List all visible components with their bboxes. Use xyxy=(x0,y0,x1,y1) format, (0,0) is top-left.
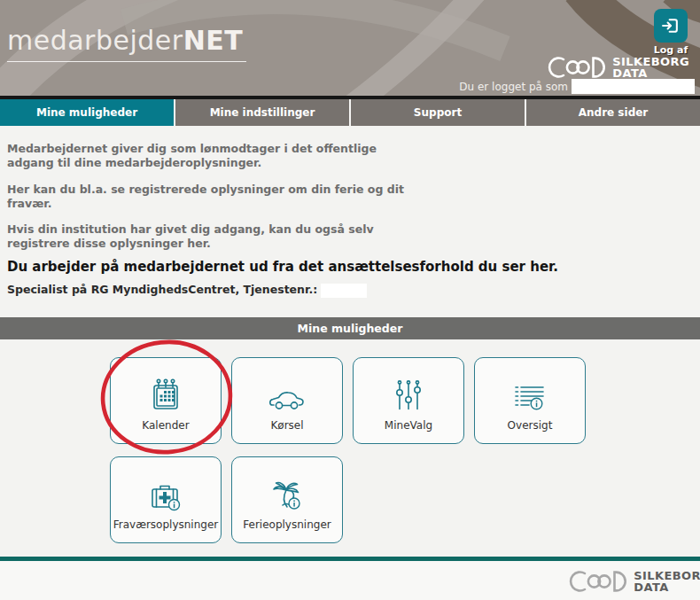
card-grid: Kalender Kørsel xyxy=(110,357,606,543)
first-aid-info-icon xyxy=(149,470,183,512)
card-label: Kalender xyxy=(142,419,189,432)
silkeborg-data-wordmark: SILKEBORG DATA xyxy=(634,570,700,593)
card-oversigt[interactable]: Oversigt xyxy=(474,357,586,444)
palm-info-icon xyxy=(270,470,304,512)
sliders-icon xyxy=(393,370,424,413)
tab-support[interactable]: Support xyxy=(349,99,525,126)
section-title: Mine muligheder xyxy=(298,322,403,335)
intro-text: Medarbejdernet giver dig som lønmodtager… xyxy=(7,142,413,263)
list-info-icon xyxy=(513,370,547,413)
tab-andre-sider[interactable]: Andre sider xyxy=(525,99,700,126)
employment-detail: Specialist på RG MyndighedsCentret, Tjen… xyxy=(7,283,367,298)
logged-in-label: Du er logget på som xyxy=(459,81,568,93)
service-number-box xyxy=(321,284,367,298)
app-logo-bold-part: NET xyxy=(183,25,244,56)
silkeborg-data-mark-icon xyxy=(564,567,628,596)
silkeborg-data-wordmark: SILKEBORG DATA xyxy=(612,56,689,79)
card-label: Kørsel xyxy=(270,419,303,432)
card-label: Ferieoplysninger xyxy=(243,518,331,531)
tab-mine-indstillinger[interactable]: Mine indstillinger xyxy=(174,99,349,126)
medarbejdernet-page: medarbejderNET Log af xyxy=(0,0,700,600)
header: medarbejderNET Log af xyxy=(0,0,700,96)
card-minevalg[interactable]: MineValg xyxy=(353,357,464,444)
card-label: Oversigt xyxy=(508,419,553,432)
footer: SILKEBORG DATA xyxy=(0,561,700,600)
tab-mine-muligheder[interactable]: Mine muligheder xyxy=(0,99,174,126)
logged-in-username-box xyxy=(572,79,695,94)
silkeborg-data-logo-header: SILKEBORG DATA xyxy=(543,53,689,82)
logout-button[interactable]: Log af xyxy=(651,9,690,56)
car-icon xyxy=(268,370,307,413)
calendar-icon xyxy=(150,370,182,413)
employment-heading: Du arbejder på medarbejdernet ud fra det… xyxy=(7,259,558,275)
card-label: Fraværsoplysninger xyxy=(113,518,219,531)
card-fravaersoplysninger[interactable]: Fraværsoplysninger xyxy=(110,456,222,543)
card-koersel[interactable]: Kørsel xyxy=(231,357,343,444)
silkeborg-data-mark-icon xyxy=(543,53,607,82)
app-logo-light-part: medarbejder xyxy=(7,25,183,56)
card-label: MineValg xyxy=(385,419,432,432)
logged-in-status: Du er logget på som xyxy=(459,79,695,94)
card-ferieoplysninger[interactable]: Ferieoplysninger xyxy=(231,456,343,543)
card-kalender[interactable]: Kalender xyxy=(110,357,222,444)
intro-paragraph: Medarbejdernet giver dig som lønmodtager… xyxy=(7,142,413,171)
logout-icon[interactable] xyxy=(654,9,688,43)
content-area: Medarbejdernet giver dig som lønmodtager… xyxy=(0,126,700,557)
section-header: Mine muligheder xyxy=(0,317,700,339)
intro-paragraph: Hvis din institution har givet dig adgan… xyxy=(7,222,413,252)
main-navigation: Mine muligheder Mine indstillinger Suppo… xyxy=(0,99,700,126)
employment-detail-label: Specialist på RG MyndighedsCentret, Tjen… xyxy=(7,283,317,296)
intro-paragraph: Her kan du bl.a. se registrerede oplysni… xyxy=(7,183,413,212)
silkeborg-data-logo-footer: SILKEBORG DATA xyxy=(564,567,700,596)
app-logo: medarbejderNET xyxy=(7,25,246,62)
